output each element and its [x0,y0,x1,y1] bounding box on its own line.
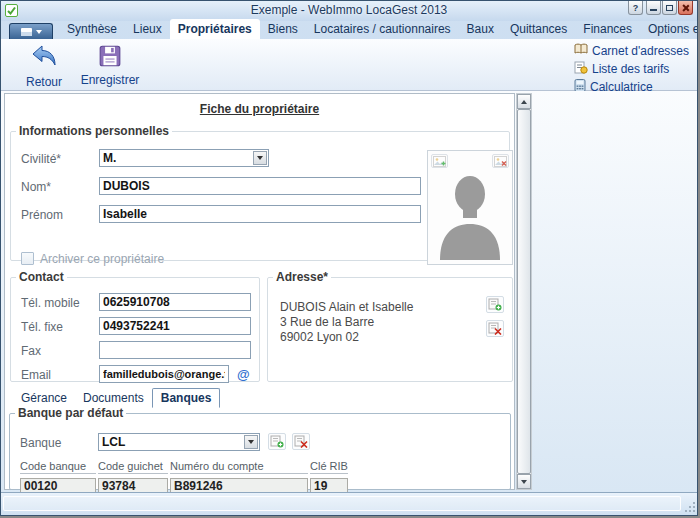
minimize-button[interactable] [646,1,661,15]
landline-phone-input[interactable] [99,317,251,335]
tariff-list-icon [574,61,588,77]
firstname-label: Prénom [21,208,63,222]
app-window: Exemple - WebImmo LocaGest 2013 ? Synthè… [0,0,698,516]
delete-bank-icon [294,435,308,448]
help-icon: ? [633,3,639,13]
bank-value: LCL [102,435,244,449]
tab-finances[interactable]: Finances [575,20,640,39]
rib-key-header: Clé RIB [310,460,348,474]
vertical-scrollbar[interactable] [516,93,532,490]
tab-quittances[interactable]: Quittances [502,20,575,39]
contact-legend: Contact [16,270,67,284]
address-book-label: Carnet d'adresses [592,44,689,58]
status-pane [3,496,681,511]
bank-label: Banque [20,436,61,450]
send-email-icon[interactable]: @ [237,367,250,382]
application-menu-icon [21,28,32,36]
status-bar [1,492,697,515]
email-label: Email [21,368,51,382]
floppy-disk-icon [98,44,122,71]
tab-biens[interactable]: Biens [260,20,306,39]
civility-dropdown-button[interactable] [253,151,267,165]
page-title: Fiche du propriétaire [5,102,514,116]
account-number-column: Numéro du compte [170,460,308,495]
chevron-down-icon [248,440,254,444]
minimize-icon [650,9,657,11]
scrollbar-thumb[interactable] [517,109,531,474]
email-input[interactable] [99,365,229,383]
default-bank-group: Banque par défaut Banque LCL [9,406,511,490]
arrow-down-icon [521,480,527,484]
branch-code-header: Code guichet [98,460,168,474]
arrow-up-icon [521,100,527,104]
back-button[interactable]: Retour [11,41,77,89]
close-button[interactable] [678,1,693,15]
tab-locataires[interactable]: Locataires / cautionnaires [306,20,459,39]
address-line-1: DUBOIS Alain et Isabelle [280,300,413,314]
add-photo-icon [433,156,446,167]
delete-photo-button[interactable] [492,154,509,168]
address-group: Adresse* DUBOIS Alain et Isabelle 3 Rue … [267,270,513,382]
branch-code-column: Code guichet [98,460,168,495]
civility-select[interactable]: M. [99,149,269,167]
close-icon [682,4,690,12]
undo-arrow-icon [30,44,58,73]
lastname-input[interactable] [99,177,421,195]
archive-owner-checkbox[interactable] [21,252,34,265]
tariff-list-label: Liste des tarifs [592,62,669,76]
maximize-button[interactable] [662,1,677,15]
delete-address-button[interactable] [486,320,504,337]
ribbon-tab-strip: Synthèse Lieux Propriétaires Biens Locat… [59,21,698,39]
help-button[interactable]: ? [628,1,643,15]
fax-label: Fax [21,344,41,358]
personal-info-legend: Informations personnelles [16,124,172,138]
civility-value: M. [103,151,253,165]
tab-proprietaires[interactable]: Propriétaires [170,19,260,39]
maximize-icon [666,5,673,11]
civility-label: Civilité* [21,152,61,166]
person-silhouette [434,168,506,264]
delete-photo-icon [494,156,507,167]
subtab-banques[interactable]: Banques [152,388,221,408]
save-button-label: Enregistrer [81,73,140,87]
landline-phone-label: Tél. fixe [21,320,63,334]
tab-synthese[interactable]: Synthèse [59,20,125,39]
account-number-header: Numéro du compte [170,460,308,474]
window-controls: ? [628,1,693,15]
ribbon-tabbar: Synthèse Lieux Propriétaires Biens Locat… [1,21,697,39]
tab-baux[interactable]: Baux [459,20,502,39]
save-button[interactable]: Enregistrer [77,41,143,89]
bank-code-header: Code banque [20,460,96,474]
ribbon: Retour Enregistrer [1,39,697,91]
tariff-list-button[interactable]: Liste des tarifs [574,61,669,76]
subtab-documents[interactable]: Documents [75,389,152,407]
mobile-phone-input[interactable] [99,293,251,311]
window-title: Exemple - WebImmo LocaGest 2013 [1,3,697,17]
contact-group: Contact Tél. mobile Tél. fixe Fax Email … [10,270,260,382]
scroll-up-button[interactable] [517,94,531,109]
add-bank-button[interactable] [268,433,286,450]
add-bank-icon [270,435,284,448]
tab-lieux[interactable]: Lieux [125,20,170,39]
bank-select[interactable]: LCL [98,433,260,451]
bank-dropdown-button[interactable] [244,435,258,449]
address-book-button[interactable]: Carnet d'adresses [574,43,689,58]
scroll-down-button[interactable] [517,474,531,489]
add-photo-button[interactable] [431,154,448,168]
address-legend: Adresse* [273,270,331,284]
tab-options-controles[interactable]: Options et contrôles [640,20,698,39]
address-line-3: 69002 Lyon 02 [280,330,359,344]
delete-bank-button[interactable] [292,433,310,450]
content-area: Fiche du propriétaire Informations perso… [1,91,697,492]
subtab-gerance[interactable]: Gérance [13,389,75,407]
application-menu-button[interactable] [9,23,53,39]
edit-address-button[interactable] [486,296,504,313]
mobile-phone-label: Tél. mobile [21,296,80,310]
resize-grip-icon[interactable] [683,500,695,512]
address-line-2: 3 Rue de la Barre [280,315,374,329]
firstname-input[interactable] [99,205,421,223]
edit-address-icon [488,298,502,311]
detail-tab-strip: Gérance Documents Banques [13,388,220,407]
fax-input[interactable] [99,341,251,359]
owner-photo-frame [427,150,513,265]
